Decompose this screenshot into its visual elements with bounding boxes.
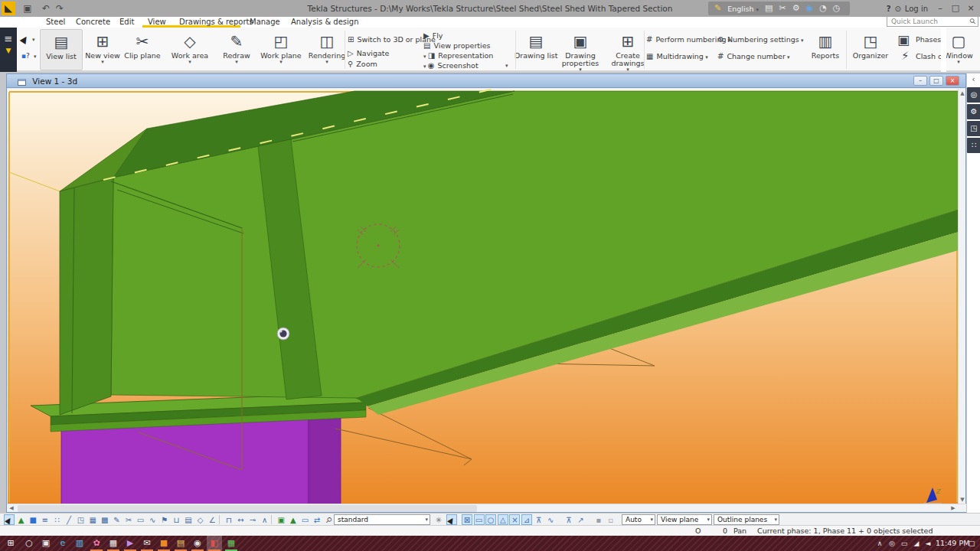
quick-launch-input[interactable]: Quick Launch ⚲ [887,16,978,27]
scroll-left-icon[interactable]: ◀ [7,504,16,513]
filter-dim-2-icon[interactable]: ▫ [606,514,616,525]
select-cursor-dropdown[interactable]: ▾ [32,37,35,43]
photos-icon[interactable]: ■ [156,536,172,551]
work-plane-button[interactable]: ◰Work plane▾ [260,29,302,70]
filter-bolts-icon[interactable]: ○ [485,514,496,525]
chevron-down-icon[interactable]: ▾ [650,515,653,524]
filter-arrow-icon[interactable]: ↗ [575,514,586,525]
tekla-logo[interactable]: ◣ [2,2,15,15]
pen-icon[interactable]: ✎ [714,2,721,15]
depth-combo[interactable]: Auto▾ [622,514,655,525]
minimize-button[interactable]: – [933,0,948,17]
chevron-down-icon[interactable]: ▾ [799,37,804,44]
paint-icon[interactable]: ✿ [89,536,104,551]
filter-all-icon[interactable]: ⊠ [462,514,472,525]
chevron-down-icon[interactable]: ▾ [774,515,777,524]
switch-to-3d-or-plane-button[interactable]: ⊞Switch to 3D or plane [348,35,436,44]
battery-icon[interactable]: ▭ [899,536,910,551]
snap-zigzag-icon[interactable]: ∿ [147,514,158,525]
explorer-icon[interactable]: ▤ [173,536,188,551]
collapse-panel-button[interactable]: ‹ [967,73,980,86]
phases-button[interactable]: Phases [916,35,941,44]
green-app-icon[interactable]: ▦ [224,536,239,551]
ortho-toggle-icon[interactable]: ⊓ [224,514,234,525]
filter-welds-icon[interactable]: △ [498,514,508,525]
filter-settings-icon[interactable]: ✳ [433,514,444,525]
reports-button[interactable]: ▥Reports [804,29,847,70]
print-icon[interactable]: ▤ [765,2,773,15]
snap-cut-icon[interactable]: ✂ [123,514,134,525]
globe-icon[interactable]: ◉ [806,2,814,15]
filter-cuts-icon[interactable]: × [509,514,520,525]
inquire-tool-icon[interactable]: ▪? [21,52,30,60]
chevron-down-icon[interactable]: ▾ [704,54,708,60]
chevron-down-icon[interactable]: ▾ [786,54,790,60]
snap-sketch-icon[interactable]: ✎ [111,514,122,525]
drawingproperties-button[interactable]: ▣Drawingproperties▾ [559,29,602,70]
snap-blue-icon[interactable]: ■ [28,514,38,525]
start-button[interactable]: ⊞ [3,536,18,551]
filter-parts-icon[interactable]: ▭ [474,514,485,525]
inquire-tool-dropdown[interactable]: ▾ [34,54,37,60]
reference-point-marker[interactable] [277,328,289,340]
select-area-icon[interactable]: ▭ [299,514,310,525]
snap-reference-lines-icon[interactable]: ≡ [40,514,51,525]
clock-icon[interactable]: ◷ [833,2,841,15]
snap-line-icon[interactable]: ╱ [64,514,74,525]
filter-components-icon[interactable]: ⊼ [564,514,574,525]
view-minimize-button[interactable]: – [913,76,927,86]
language-selector[interactable]: English ▾ [727,5,759,13]
plane-combo[interactable]: View plane▾ [657,514,712,525]
snap-solid-icon[interactable]: ◳ [76,514,87,525]
filter-reference-icon[interactable]: ∿ [545,514,556,525]
clash-check-button[interactable]: Clash c [916,52,942,61]
numbering-settings-button[interactable]: ⚙Numbering settings ▾ [717,35,803,44]
filter-grids-icon[interactable]: ⊼ [534,514,544,525]
render-image-icon[interactable]: ▣ [276,514,286,525]
chevron-down-icon[interactable]: ▾ [707,515,710,524]
view-restore-button[interactable]: □ [929,76,943,86]
status-circle-icon[interactable]: ◔ [819,2,827,15]
screenshot-button[interactable]: ▾ ◉Screenshot [423,61,479,70]
task-view-button[interactable]: ▣ [38,536,54,551]
restore-button[interactable]: □ [948,0,963,17]
undo-icon[interactable]: ↶ [40,0,52,17]
inquire-panel-button[interactable]: ◎ [967,87,980,103]
chevron-down-icon[interactable]: ▾ [425,515,428,524]
view-list-button[interactable]: ▤View list [40,29,83,70]
mail-icon[interactable]: ✉ [139,536,155,551]
model-viewport[interactable]: z [8,89,959,504]
clash-check-icon[interactable]: ⚡ [901,49,910,63]
snap-diamond-icon[interactable]: ◇ [195,514,206,525]
work-area-button[interactable]: ◇Work area▾ [168,29,211,70]
close-button[interactable]: × [963,0,978,17]
action-center-icon[interactable]: □ [966,536,977,551]
cortana-button[interactable]: ○ [21,536,37,551]
snap-u-icon[interactable]: ⊔ [171,514,181,525]
angle-lock-icon[interactable]: ∧ [260,514,270,525]
movies-icon[interactable]: ▶ [122,536,138,551]
tab-drawings-reports[interactable]: Drawings & reports [179,17,253,28]
filter-views-icon[interactable]: ⊿ [521,514,532,525]
new-view-button[interactable]: ⊞New view▾ [81,29,124,70]
organizer-button[interactable]: ◳Organizer [849,29,892,70]
tab-manage[interactable]: Manage [250,17,280,28]
components-panel-button[interactable]: ∷ [967,138,980,153]
chrome-icon[interactable]: ◉ [190,536,205,551]
tapered-beam[interactable] [60,91,959,415]
view-close-button[interactable]: × [946,76,959,86]
snap-flag-icon[interactable]: ⚑ [159,514,170,525]
zoom-button[interactable]: ⚲Zoom [348,60,377,69]
multidrawing-button[interactable]: ▦Multidrawing ▾ [646,52,708,61]
select-cursor-icon[interactable]: ▲ [4,514,15,525]
login-button[interactable]: Log in [905,5,928,13]
gear-icon[interactable]: ⚙ [792,2,800,15]
horizontal-scrollbar[interactable]: ◀ ▶ [7,504,967,512]
fly-button[interactable]: ▶Fly [423,31,443,41]
snap-grid-points-icon[interactable]: ▩ [100,514,110,525]
swap-arrows-icon[interactable]: ⇄ [312,514,322,525]
phases-icon[interactable]: ▣ [897,32,910,47]
filter-dim-1-icon[interactable]: ▪ [593,514,604,525]
createdrawings-button[interactable]: ⊞Createdrawings▾ [606,29,649,70]
tab-view[interactable]: View [148,17,166,28]
